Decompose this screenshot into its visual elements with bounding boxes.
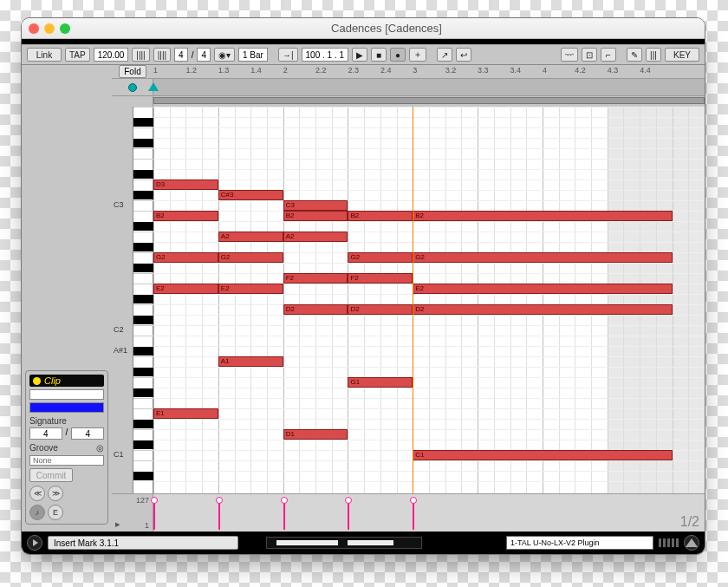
midi-note[interactable]: A2	[218, 232, 283, 242]
clip-dot-icon	[33, 377, 41, 385]
clip-name-field[interactable]	[29, 389, 104, 400]
nudge-up-button[interactable]: ||||	[153, 48, 171, 62]
loop-button[interactable]: ⊡	[582, 48, 597, 62]
midi-note[interactable]: G1	[348, 377, 413, 388]
midi-button[interactable]: |||	[646, 48, 661, 62]
close-icon[interactable]	[29, 23, 39, 34]
ruler-tick: 4.4	[640, 66, 651, 75]
clip-box: Clip Signature 4 / 4 Groove ◎ None Commi…	[25, 370, 108, 525]
global-play-button[interactable]	[27, 535, 42, 551]
key-button[interactable]: KEY	[665, 48, 699, 62]
midi-note[interactable]: D2	[413, 304, 672, 315]
midi-note[interactable]: G2	[218, 252, 283, 263]
velocity-lane[interactable]: 127 1 ▸ 1/2	[112, 493, 705, 532]
punch-button[interactable]: ⌐	[601, 48, 616, 62]
marker-dot-icon	[128, 83, 137, 92]
vel-play-icon[interactable]: ▸	[115, 519, 120, 530]
marker-track[interactable]	[112, 79, 705, 96]
tap-button[interactable]: TAP	[65, 48, 90, 62]
envelope-toggle[interactable]: E	[48, 505, 63, 520]
midi-note[interactable]: C3	[283, 200, 348, 211]
pencil-button[interactable]: ✎	[627, 48, 642, 62]
draw-tool-button[interactable]: 〰	[561, 48, 578, 62]
midi-note[interactable]: C1	[413, 450, 672, 460]
position-field[interactable]: 100 . 1 . 1	[302, 48, 348, 62]
follow-button[interactable]: →|	[278, 48, 298, 62]
ruler-tick: 2.2	[315, 66, 327, 75]
plugin-name[interactable]: 1-TAL U-No-LX-V2 Plugin	[506, 536, 653, 550]
velocity-stem[interactable]	[348, 500, 349, 530]
midi-note[interactable]: E1	[153, 408, 218, 419]
clip-sig-den[interactable]: 4	[71, 427, 104, 440]
midi-note[interactable]: D3	[153, 179, 218, 190]
quantize-field[interactable]: 1 Bar	[238, 48, 268, 62]
midi-note[interactable]: G2	[348, 252, 413, 263]
tempo-field[interactable]: 120.00	[94, 48, 129, 62]
sig-den[interactable]: 4	[197, 48, 211, 62]
velocity-handle[interactable]	[281, 497, 288, 504]
piano-keys[interactable]: C3C2A#1C1	[112, 107, 153, 493]
nudge-down-button[interactable]: ||||	[132, 48, 149, 62]
note-grid[interactable]: D3C#3C3B2B2B2B2A2A2G2G2G2G2F2F2E2E2E2D2D…	[153, 107, 705, 493]
loop-brace[interactable]	[112, 96, 705, 107]
start-marker-icon[interactable]	[148, 82, 159, 91]
reenable-button[interactable]: ↩	[456, 48, 471, 62]
midi-note[interactable]: C#3	[218, 190, 283, 200]
fold-button[interactable]: Fold	[119, 65, 146, 78]
midi-note[interactable]: F2	[348, 273, 413, 284]
sig-num[interactable]: 4	[174, 48, 188, 62]
groove-field[interactable]: None	[29, 455, 104, 466]
ruler-tick: 4.2	[575, 66, 586, 75]
midi-note[interactable]: B2	[283, 211, 348, 221]
notes-toggle[interactable]: ♪	[29, 505, 45, 520]
midi-note[interactable]: A2	[283, 232, 348, 242]
velocity-stem[interactable]	[153, 500, 155, 530]
prev-button[interactable]: ≪	[29, 486, 45, 501]
overdub-button[interactable]: ＋	[409, 48, 426, 62]
midi-note[interactable]: G2	[153, 252, 218, 263]
key-label: C2	[114, 325, 124, 334]
play-button[interactable]: ▶	[352, 48, 367, 62]
midi-note[interactable]: E2	[153, 284, 218, 294]
metronome-button[interactable]: ◉▾	[214, 48, 235, 62]
record-button[interactable]: ●	[390, 48, 406, 62]
clip-color-field[interactable]	[29, 402, 104, 413]
midi-note[interactable]: E2	[218, 284, 283, 294]
midi-note[interactable]: A1	[218, 356, 283, 367]
ruler[interactable]: 11.21.31.422.22.32.433.23.33.444.24.34.4	[153, 65, 705, 78]
vel-max: 127	[136, 496, 149, 505]
automation-button[interactable]: ↗	[437, 48, 452, 62]
midi-note[interactable]: D2	[283, 304, 348, 315]
link-button[interactable]: Link	[27, 48, 62, 62]
velocity-stem[interactable]	[413, 500, 414, 530]
next-button[interactable]: ≫	[48, 486, 63, 501]
velocity-handle[interactable]	[151, 497, 158, 504]
midi-note[interactable]: B2	[153, 211, 218, 221]
velocity-stem[interactable]	[283, 500, 285, 530]
zoom-icon[interactable]	[60, 23, 70, 34]
velocity-handle[interactable]	[410, 497, 417, 504]
midi-note[interactable]: D1	[283, 429, 348, 440]
playhead[interactable]	[413, 107, 413, 493]
minimize-icon[interactable]	[44, 23, 55, 34]
hotswap-icon[interactable]: ◎	[96, 443, 104, 453]
midi-note[interactable]: G2	[413, 252, 672, 263]
stop-button[interactable]: ■	[371, 48, 387, 62]
clip-sig-num[interactable]: 4	[29, 427, 62, 440]
midi-note[interactable]: B2	[348, 211, 413, 221]
transport-toolbar: Link TAP 120.00 |||| |||| 4 / 4 ◉▾ 1 Bar…	[22, 44, 705, 65]
midi-note[interactable]: D2	[348, 304, 413, 315]
ruler-tick: 2.3	[348, 66, 359, 75]
midi-note[interactable]: B2	[413, 211, 672, 221]
ruler-tick: 3.3	[478, 66, 489, 75]
status-text: Insert Mark 3.1.1	[48, 536, 238, 550]
commit-button[interactable]: Commit	[29, 468, 73, 482]
midi-note[interactable]: E2	[413, 284, 672, 294]
velocity-handle[interactable]	[345, 497, 352, 504]
clip-header[interactable]: Clip	[29, 375, 104, 387]
velocity-handle[interactable]	[216, 497, 223, 504]
arrangement-view-button[interactable]	[684, 535, 699, 551]
velocity-stem[interactable]	[218, 500, 220, 530]
device-slots	[659, 538, 679, 547]
midi-note[interactable]: F2	[283, 273, 348, 284]
